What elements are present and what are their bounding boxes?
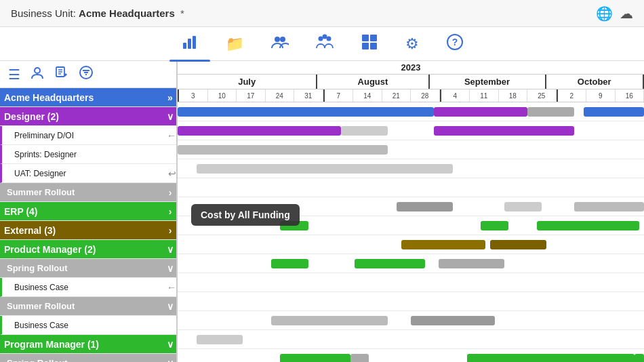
bar-product-green [271, 259, 308, 268]
chevron-designer: ∨ [164, 111, 176, 122]
gantt-weeks: 3 10 17 24 31 7 14 21 28 4 11 18 25 2 [178, 89, 644, 102]
user-icon[interactable] [30, 65, 45, 83]
gantt-header: 2023 July August September October 3 10 … [178, 61, 644, 102]
row-designer[interactable]: Designer (2) ∨ [0, 107, 176, 126]
row-biz1[interactable]: Business Case ← [0, 278, 176, 297]
row-acme-headquarters[interactable]: Acme Headquarters » [0, 88, 176, 107]
bar-product-gray [439, 259, 504, 268]
gantt-row-summer2-chart [178, 311, 644, 330]
gantt-row-designer [178, 121, 644, 140]
nav-help-icon[interactable]: ? [446, 33, 464, 55]
gantt-row-biz2 [178, 330, 644, 349]
bar-acme-purple [434, 107, 527, 117]
row-biz2[interactable]: Business Case [0, 316, 176, 335]
row-uat[interactable]: UAT: Designer ↩ [0, 164, 176, 183]
chevron-acme: » [164, 92, 176, 103]
row-spring2[interactable]: Spring Rollout ∨ [0, 354, 176, 362]
row-sprints[interactable]: Sprints: Designer [0, 145, 176, 164]
gantt-row-biz1 [178, 292, 644, 311]
svg-point-7 [326, 36, 331, 41]
week-aug14: 14 [353, 89, 382, 102]
bar-designer-purple2 [434, 126, 573, 136]
svg-rect-11 [370, 43, 377, 49]
bar-prog-green3 [635, 354, 644, 362]
row-summer2[interactable]: Summer Rollout ∨ [0, 297, 176, 316]
nav-people-icon[interactable] [271, 33, 289, 55]
arrow-uat: ↩ [168, 168, 176, 179]
gantt-chart-body: Cost by All Funding [178, 102, 644, 362]
gantt-row-spring1 [178, 273, 644, 292]
svg-text:?: ? [451, 37, 458, 47]
row-spring1[interactable]: Spring Rollout ∨ [0, 259, 176, 278]
month-july: July [178, 75, 317, 89]
row-prelim[interactable]: Preliminary D/OI ← [0, 126, 176, 145]
gantt-tooltip: Cost by All Funding [191, 204, 300, 226]
nav-gear-icon[interactable]: ⚙ [405, 35, 419, 53]
nav-group-icon[interactable] [316, 33, 334, 55]
week-aug28: 28 [411, 89, 440, 102]
week-oct16: 16 [616, 89, 645, 102]
bar-prog-gray [350, 354, 369, 362]
month-august: August [317, 75, 429, 89]
arrow-prelim: ← [167, 130, 176, 141]
bar-summer1-gray2 [504, 202, 542, 212]
chevron-summer2: ∨ [164, 301, 176, 312]
nav-grid-icon[interactable] [361, 33, 378, 55]
svg-point-5 [318, 36, 323, 41]
gantt-row-external [178, 235, 644, 254]
bar-sum2-gray [271, 316, 388, 325]
hamburger-icon[interactable]: ☰ [8, 66, 20, 83]
week-sep11: 11 [470, 89, 499, 102]
bar-designer-gray [341, 126, 388, 136]
app-container: Business Unit: Acme Headquarters * 🌐 ☁ 📁 [0, 0, 644, 362]
bar-erp-green2 [481, 221, 508, 230]
gantt-row-acme [178, 102, 644, 121]
week-sep25: 25 [527, 89, 557, 102]
bar-acme-blue [178, 107, 434, 117]
svg-point-3 [275, 37, 280, 42]
gantt-row-sprints [178, 159, 644, 178]
bar-biz2-green [197, 335, 243, 344]
svg-rect-8 [362, 35, 369, 41]
row-summer1[interactable]: Summer Rollout › [0, 183, 176, 202]
bar-sprints-gray [197, 164, 453, 174]
week-oct2: 2 [557, 89, 587, 102]
week-jul24: 24 [266, 89, 295, 102]
bar-acme-gray [527, 107, 574, 117]
chevron-product: ∨ [164, 244, 176, 255]
bar-summer1-gray3 [574, 202, 644, 212]
left-toolbar: ☰ [0, 61, 176, 88]
week-jul17: 17 [237, 89, 266, 102]
bar-product-green2 [355, 259, 424, 268]
chevron-summer1: › [164, 187, 176, 198]
arrow-biz1: ← [167, 282, 176, 293]
top-header: Business Unit: Acme Headquarters * 🌐 ☁ [0, 0, 644, 27]
svg-rect-0 [183, 43, 186, 49]
row-erp[interactable]: ERP (4) › [0, 202, 176, 221]
gantt-months: July August September October [178, 75, 644, 89]
month-october: October [546, 75, 644, 89]
bar-acme-blue2 [584, 107, 644, 117]
row-program-manager[interactable]: Program Manager (1) ∨ [0, 335, 176, 354]
nav-bar: 📁 ⚙ [0, 27, 644, 61]
nav-chart-icon[interactable] [181, 33, 199, 55]
row-external[interactable]: External (3) › [0, 221, 176, 240]
nav-folder-icon[interactable]: 📁 [226, 35, 244, 53]
week-sep4: 4 [440, 89, 470, 102]
left-panel: ☰ [0, 61, 178, 362]
filter-icon[interactable] [79, 65, 94, 83]
edit-icon[interactable] [54, 65, 69, 83]
business-unit-title: Business Unit: Acme Headquarters * [11, 7, 184, 19]
week-sep18: 18 [499, 89, 528, 102]
gantt-row-prelim [178, 140, 644, 159]
svg-point-14 [35, 68, 40, 73]
week-jul3: 3 [178, 89, 208, 102]
gantt-row-uat [178, 178, 644, 197]
row-product-manager[interactable]: Product Manager (2) ∨ [0, 240, 176, 259]
globe-icon[interactable]: 🌐 [596, 5, 613, 22]
main-layout: ☰ [0, 61, 644, 362]
bar-prog-green [280, 354, 350, 362]
svg-point-4 [280, 37, 285, 42]
cloud-icon[interactable]: ☁ [620, 5, 633, 22]
bar-sum2-gray2 [411, 316, 495, 325]
